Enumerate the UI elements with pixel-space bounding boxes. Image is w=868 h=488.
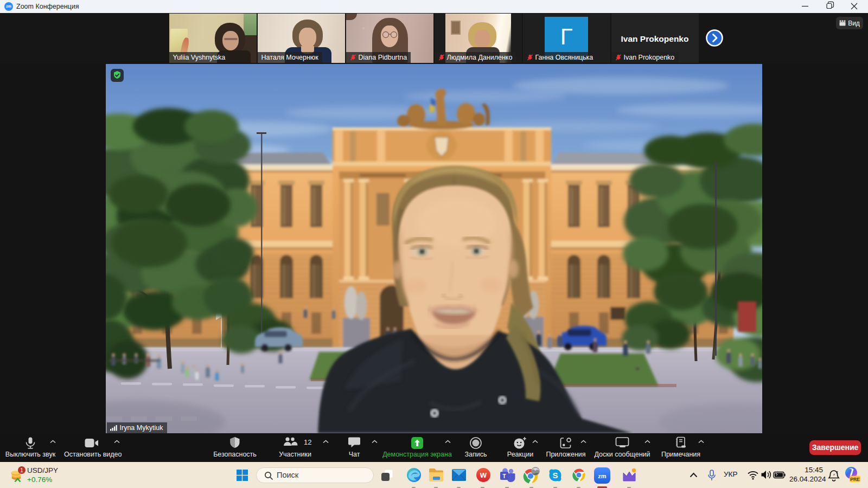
svg-text:zm: zm — [598, 473, 607, 479]
svg-text:z: z — [836, 470, 838, 474]
svg-text:z: z — [833, 473, 835, 476]
svg-text:PRE: PRE — [850, 477, 860, 482]
svg-text:S: S — [552, 471, 558, 480]
svg-text:T: T — [502, 473, 506, 479]
svg-text:W: W — [480, 471, 487, 479]
svg-text:1: 1 — [20, 467, 23, 473]
